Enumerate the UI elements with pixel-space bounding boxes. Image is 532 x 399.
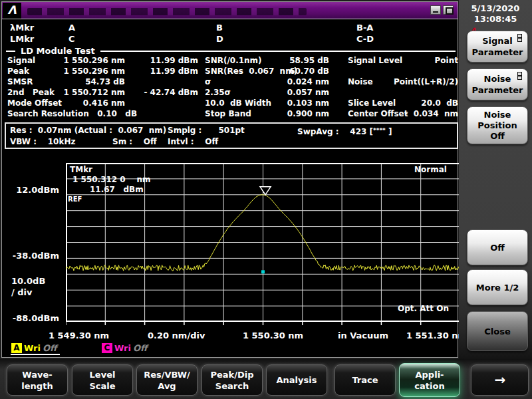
- date-display: 5/13/2020: [459, 3, 532, 14]
- result-value: Point: [358, 56, 458, 66]
- lambda-marker-label: λMkr: [10, 23, 34, 33]
- optical-attenuator-status: Opt. Att On: [398, 304, 449, 314]
- trace-c-state: Off: [133, 343, 148, 353]
- result-value: 1 550.712 nm: [55, 88, 125, 98]
- result-value: 11.99 dBm: [125, 66, 198, 76]
- noise-position-marker: [261, 270, 265, 273]
- resolution-setting: Res : 0.07nm (Actual : 0.067 nm): [10, 126, 166, 136]
- ref-level-label: REF: [68, 194, 82, 204]
- result-value: 1 550.296 nm: [55, 66, 125, 76]
- y-axis-scale-unit: / div: [11, 287, 33, 297]
- result-value: 0.416 nm: [55, 98, 125, 108]
- marker-a-label: A: [68, 23, 75, 33]
- trace-marker-triangle: [260, 187, 271, 195]
- x-axis-medium-label: in Vacuum: [338, 331, 388, 340]
- trace-c-mode: Wri: [114, 343, 131, 353]
- sweep-mode-label: Normal: [414, 165, 447, 175]
- result-label: 10.0 dB Width: [205, 98, 271, 108]
- result-label: Peak: [7, 66, 29, 76]
- close-button[interactable]: Close: [467, 311, 528, 351]
- x-axis-end-label: 1 551.30 nm: [406, 331, 467, 340]
- result-label: Signal: [7, 56, 35, 66]
- x-axis-start-label: 1 549.30 nm: [49, 331, 109, 340]
- marker-b-label: B: [216, 23, 223, 33]
- result-value: 60.70 dB: [268, 66, 329, 76]
- result-value: 58.95 dB: [268, 56, 329, 66]
- trace-marker-wavelength: 1 550.312 0 nm: [72, 175, 150, 185]
- result-value: 0.057 nm: [268, 88, 329, 98]
- marker-b-a-label: B-A: [356, 23, 373, 33]
- analysis-group-title: LD Module Test: [15, 46, 100, 56]
- result-label: SMSR: [7, 77, 33, 87]
- off-button[interactable]: Off: [467, 229, 528, 265]
- smoothing-setting: Sm : Off: [112, 137, 157, 147]
- marker-c-d-label: C-D: [356, 34, 374, 44]
- result-value: 1 550.296 nm: [55, 56, 125, 66]
- window-title-text-illegible: [27, 8, 307, 15]
- function-key-panel: 5/13/2020 13:08:45 Λ Signal Parameter No…: [459, 0, 532, 359]
- trace-marker-level: 11.67 dBm: [90, 185, 144, 195]
- trace-a-active-underline: [11, 354, 60, 355]
- result-value: 20.0 dB: [358, 98, 458, 108]
- menu-application-button[interactable]: Appli-cation: [399, 363, 460, 397]
- signal-parameter-button[interactable]: Signal Parameter: [467, 31, 528, 63]
- menu-wavelength-button[interactable]: Wave-length: [7, 364, 68, 396]
- instrument-window: Λ λMkr A B B-A LMkr C D C-D LD Module Te…: [1, 1, 458, 358]
- y-axis-bottom-label: -88.0dBm: [7, 313, 59, 323]
- main-menu-bar: Wave-length LevelScale Res/VBW/Avg Peak/…: [0, 359, 532, 399]
- x-axis-div-label: 0.20 nm/div: [148, 331, 205, 340]
- arrow-right-icon: →: [471, 374, 528, 386]
- result-label: 2.35σ: [205, 88, 231, 98]
- trace-a-key[interactable]: A: [11, 343, 22, 353]
- screen-content: λMkr A B B-A LMkr C D C-D LD Module Test…: [2, 20, 458, 357]
- result-value: - 42.74 dBm: [125, 88, 198, 98]
- result-label: Stop Band: [205, 109, 251, 119]
- result-value: 54.73 dB: [55, 77, 125, 87]
- result-label: 2nd Peak: [7, 88, 55, 98]
- menu-res-vbw-avg-button[interactable]: Res/VBW/Avg: [136, 364, 198, 396]
- trace-a-mode: Wri: [24, 343, 41, 353]
- result-value: 11.99 dBm: [125, 56, 198, 66]
- menu-next-page-arrow-button[interactable]: →: [471, 364, 529, 396]
- result-value: - 0.034 nm: [358, 109, 458, 119]
- noise-parameter-button[interactable]: Noise Parameter: [467, 68, 528, 100]
- sampling-setting: Smplg : 501pt: [168, 126, 245, 136]
- menu-analysis-button[interactable]: Analysis: [266, 364, 327, 396]
- sweep-settings-box: Res : 0.07nm (Actual : 0.067 nm) Smplg :…: [5, 122, 458, 149]
- level-marker-label: LMkr: [10, 34, 34, 44]
- dialog-indicator-icon: [517, 72, 523, 80]
- trace-a-state: Off: [43, 343, 57, 353]
- result-value: 0.900 nm: [268, 109, 329, 119]
- y-axis-mid-label: -38.0dBm: [7, 251, 59, 261]
- datetime-display: 5/13/2020 13:08:45: [459, 3, 532, 25]
- minimize-button[interactable]: [430, 5, 441, 15]
- result-value: Point((L+R)/2): [358, 77, 458, 87]
- noise-position-button[interactable]: Noise Position Off: [467, 106, 528, 144]
- result-value: 0.024 nm: [268, 77, 329, 87]
- result-label: Mode Offset: [7, 98, 62, 108]
- anritsu-logo: Λ: [3, 3, 21, 19]
- dialog-indicator-icon: [517, 34, 523, 42]
- marker-c-label: C: [68, 34, 75, 44]
- window-titlebar[interactable]: Λ: [2, 2, 458, 19]
- interval-setting: Intvl : Off: [168, 137, 218, 147]
- trace-c-key[interactable]: C: [102, 343, 112, 353]
- result-label: SNR(/0.1nm): [205, 56, 262, 66]
- more-pages-button[interactable]: More 1/2: [467, 269, 528, 305]
- osa-application: Λ λMkr A B B-A LMkr C D C-D LD Module Te…: [0, 0, 532, 399]
- y-axis-ref-label: 12.0dBm: [7, 185, 59, 195]
- menu-trace-button[interactable]: Trace: [334, 364, 396, 396]
- result-label: σ: [205, 77, 211, 87]
- menu-level-scale-button[interactable]: LevelScale: [72, 364, 133, 396]
- sweep-average-setting: SwpAvg : 423 [**** ]: [297, 126, 392, 137]
- marker-d-label: D: [216, 34, 223, 44]
- trace-marker-title: TMkr: [70, 165, 92, 175]
- x-axis-center-label: 1 550.30 nm: [243, 331, 303, 340]
- maximize-button[interactable]: [443, 5, 454, 15]
- result-value: 0.103 nm: [268, 98, 329, 108]
- menu-peak-dip-search-button[interactable]: Peak/DipSearch: [201, 364, 263, 396]
- time-display: 13:08:45: [459, 14, 532, 25]
- y-axis-scale-label: 10.0dB: [11, 276, 45, 286]
- result-label: Search Resolution 0.10 dB: [7, 109, 137, 119]
- vbw-setting: VBW : 10kHz: [10, 137, 75, 147]
